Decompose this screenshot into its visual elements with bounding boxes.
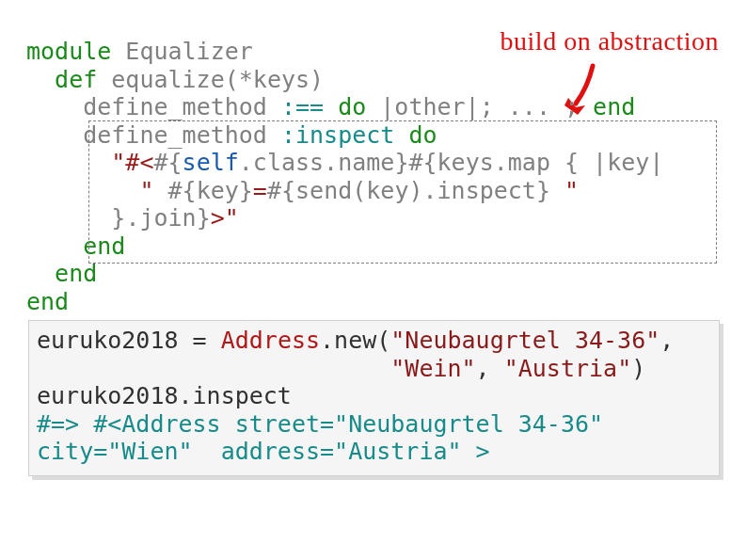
indent [26,149,111,176]
string-open: "#< [111,149,153,176]
output-comment: #=> #<Address street="Neubaugrtel 34-36" [37,410,603,438]
brace-close: } [111,204,125,232]
map-block: keys.map { |key| [437,149,664,176]
keyword-end: end [55,260,97,287]
keyword-do: do [408,121,437,149]
interp-close: } [394,149,408,176]
output-string: "Austria" [504,355,631,382]
call-define-method: define_method [83,93,281,120]
output-assign: euruko2018 = [37,327,221,354]
send-call: send(key).inspect [295,177,536,204]
indent [26,66,55,93]
method-chain: .class.name [239,149,395,176]
interp-close: } [197,204,211,232]
interp-close: } [536,177,550,204]
join-call: .join [125,204,196,232]
method-sig: equalize(*keys) [97,66,324,93]
call-define-method: define_method [83,121,281,149]
code-block-main: module Equalizer def equalize(*keys) def… [26,38,663,315]
output-call: euruko2018.inspect [37,382,292,409]
keyword-end: end [26,288,69,315]
interp-open: #{ [267,177,295,204]
symbol-eq: :== [281,93,324,120]
indent [26,177,139,204]
symbol-inspect: :inspect [281,121,394,149]
space [394,121,408,149]
var-key: key [197,177,239,204]
indent [26,260,55,287]
indent [26,204,111,232]
interp-open: #{ [168,177,197,204]
output-new: .new( [320,327,390,354]
code-block-output: euruko2018 = Address.new("Neubaugrtel 34… [28,320,720,476]
output-comment: city="Wien" address="Austria" > [37,438,490,465]
output-comma: , [476,355,504,382]
string-part: " [139,177,167,204]
interp-open: #{ [153,149,182,176]
keyword-self: self [183,149,239,176]
string-eq: = [253,177,267,204]
output-comma: , [660,327,674,354]
module-name: Equalizer [111,38,253,65]
string-close: >" [211,204,239,232]
interp-close: } [239,177,253,204]
indent [37,355,390,382]
space [324,93,338,120]
output-paren: ) [631,355,645,382]
keyword-end: end [593,93,635,120]
indent [26,93,83,120]
interp-open: #{ [408,149,437,176]
string-close: " [550,177,579,204]
output-class: Address [221,327,320,354]
output-string: "Neubaugrtel 34-36" [390,327,660,354]
indent [26,232,83,260]
keyword-end: end [83,232,125,260]
block-body: |other|; ... ; [366,93,593,120]
output-string: "Wein" [390,355,475,382]
keyword-module: module [26,38,111,65]
indent [26,121,83,149]
keyword-def: def [55,66,97,93]
keyword-do: do [338,93,366,120]
